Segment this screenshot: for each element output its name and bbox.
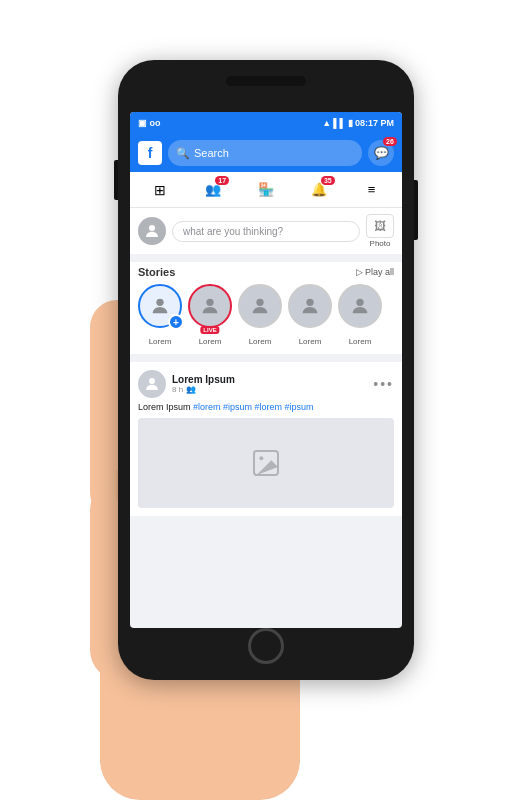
status-left: ▣ oo <box>138 118 161 128</box>
nav-friends[interactable]: 👥 17 <box>195 175 231 205</box>
nav-menu[interactable]: ≡ <box>354 175 390 205</box>
public-icon: 👥 <box>186 385 196 394</box>
status-input[interactable]: what are you thinking? <box>172 221 360 242</box>
svg-point-13 <box>206 299 213 306</box>
story-item-live[interactable]: LIVE Lorem <box>188 284 232 346</box>
friends-badge: 17 <box>215 176 229 185</box>
story-avatar-wrap-1: LIVE <box>188 284 232 328</box>
photo-label: Photo <box>370 239 391 248</box>
photo-icon: 🖼 <box>366 214 394 238</box>
notification-badge: 26 <box>383 137 397 146</box>
home-icon: ⊞ <box>154 182 166 198</box>
post-card: Lorem Ipsum 8 h 👥 ••• Lorem Ipsum #lorem… <box>130 362 402 516</box>
story-avatar-wrap-2 <box>238 284 282 328</box>
story-avatar-1 <box>188 284 232 328</box>
svg-point-15 <box>306 299 313 306</box>
story-avatar-wrap-4 <box>338 284 382 328</box>
facebook-logo: f <box>138 141 162 165</box>
user-avatar <box>138 217 166 245</box>
photo-button[interactable]: 🖼 Photo <box>366 214 394 248</box>
wifi-icon: ▲ <box>322 118 331 128</box>
svg-point-19 <box>259 456 263 460</box>
bottom-nav: ⊞ 👥 17 🏪 🔔 35 ≡ <box>130 172 402 208</box>
notifications-badge: 35 <box>321 176 335 185</box>
search-bar[interactable]: 🔍 Search <box>168 140 362 166</box>
phone-home-button[interactable] <box>248 628 284 664</box>
messenger-button[interactable]: 💬 26 <box>368 140 394 166</box>
live-badge: LIVE <box>200 326 219 334</box>
story-label-1: Lorem <box>199 337 222 346</box>
post-meta: Lorem Ipsum 8 h 👥 <box>172 374 367 394</box>
nav-home[interactable]: ⊞ <box>142 175 178 205</box>
story-avatar-wrap-0: + <box>138 284 182 328</box>
svg-point-14 <box>256 299 263 306</box>
post-more-button[interactable]: ••• <box>373 376 394 392</box>
svg-point-12 <box>156 299 163 306</box>
play-icon: ▷ <box>356 267 363 277</box>
post-text: Lorem Ipsum #lorem #ipsum #lorem #ipsum <box>138 402 394 412</box>
phone-screen: ▣ oo ▲ ▌▌ ▮ 08:17 PM f 🔍 Search <box>130 112 402 628</box>
status-right: ▲ ▌▌ ▮ 08:17 PM <box>322 118 394 128</box>
fb-navbar: f 🔍 Search 💬 26 <box>130 134 402 172</box>
story-item-3[interactable]: Lorem <box>238 284 282 346</box>
story-item-4[interactable]: Lorem <box>288 284 332 346</box>
phone-shell: ▣ oo ▲ ▌▌ ▮ 08:17 PM f 🔍 Search <box>118 60 414 680</box>
story-avatar-3 <box>288 284 332 328</box>
post-author-avatar <box>138 370 166 398</box>
signal-icon: ▌▌ <box>333 118 346 128</box>
story-avatar-4 <box>338 284 382 328</box>
search-icon: 🔍 <box>176 147 190 160</box>
post-author-name: Lorem Ipsum <box>172 374 367 385</box>
messenger-icon: 💬 <box>374 146 389 160</box>
status-placeholder: what are you thinking? <box>183 226 283 237</box>
status-icons: ▣ oo <box>138 118 161 128</box>
svg-point-16 <box>356 299 363 306</box>
post-header: Lorem Ipsum 8 h 👥 ••• <box>138 370 394 398</box>
stories-title: Stories <box>138 266 175 278</box>
svg-point-11 <box>149 225 155 231</box>
story-item-5[interactable]: Lorem <box>338 284 382 346</box>
time-display: 08:17 PM <box>355 118 394 128</box>
post-time: 8 h <box>172 385 183 394</box>
add-story-button[interactable]: + <box>168 314 184 330</box>
story-label-4: Lorem <box>349 337 372 346</box>
story-label-0: Lorem <box>149 337 172 346</box>
nav-marketplace[interactable]: 🏪 <box>248 175 284 205</box>
marketplace-icon: 🏪 <box>258 182 274 197</box>
play-all-label: Play all <box>365 267 394 277</box>
story-label-2: Lorem <box>249 337 272 346</box>
story-avatar-wrap-3 <box>288 284 332 328</box>
story-label-3: Lorem <box>299 337 322 346</box>
stories-row: + Lorem LIVE Lorem <box>130 280 402 362</box>
post-time-row: 8 h 👥 <box>172 385 367 394</box>
post-image <box>138 418 394 508</box>
play-all-button[interactable]: ▷ Play all <box>356 267 394 277</box>
post-hashtags[interactable]: #lorem #ipsum #lorem #ipsum <box>193 402 314 412</box>
stories-header: Stories ▷ Play all <box>130 262 402 280</box>
story-avatar-2 <box>238 284 282 328</box>
nav-notifications[interactable]: 🔔 35 <box>301 175 337 205</box>
menu-icon: ≡ <box>368 182 376 197</box>
phone-notch <box>226 76 306 86</box>
scene: ▣ oo ▲ ▌▌ ▮ 08:17 PM f 🔍 Search <box>0 0 532 800</box>
status-bar: ▣ oo ▲ ▌▌ ▮ 08:17 PM <box>130 112 402 134</box>
battery-icon: ▮ <box>348 118 353 128</box>
search-placeholder-text: Search <box>194 147 229 159</box>
status-update-row: what are you thinking? 🖼 Photo <box>130 208 402 262</box>
story-item-add[interactable]: + Lorem <box>138 284 182 346</box>
svg-point-17 <box>149 378 155 384</box>
